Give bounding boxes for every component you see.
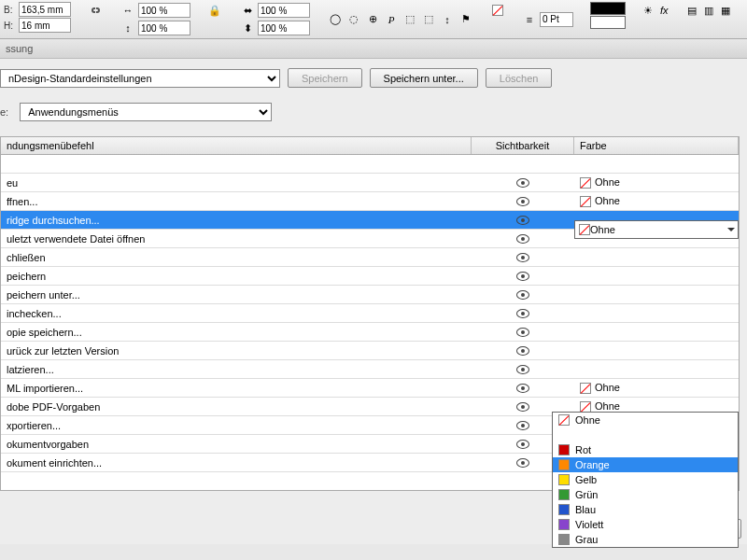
- scale-x-input[interactable]: [138, 3, 190, 18]
- eye-icon[interactable]: [516, 290, 529, 300]
- content-x-icon: ⬌: [239, 2, 256, 19]
- color-option[interactable]: Blau: [553, 502, 738, 517]
- header-command: ndungsmenübefehl: [1, 137, 472, 154]
- category-label: e:: [0, 106, 8, 118]
- eye-icon[interactable]: [516, 365, 529, 374]
- settings-dropdown[interactable]: nDesign-Standardeinstellungen: [0, 69, 280, 88]
- content-y-input[interactable]: [258, 21, 310, 35]
- select-tool-icon[interactable]: ◯: [327, 11, 344, 28]
- visibility-cell[interactable]: [472, 328, 574, 337]
- distribute-icon[interactable]: ⬚: [420, 11, 437, 28]
- color-option[interactable]: Grün: [553, 487, 738, 502]
- color-swatch-icon: [558, 444, 570, 455]
- visibility-cell[interactable]: [472, 365, 574, 374]
- eye-icon[interactable]: [516, 402, 529, 412]
- table-row[interactable]: peichern unter...: [1, 286, 739, 304]
- settings-row: nDesign-Standardeinstellungen Speichern …: [0, 68, 740, 88]
- color-option[interactable]: Gelb: [553, 472, 738, 487]
- eye-icon[interactable]: [516, 197, 529, 206]
- effects-icon[interactable]: ☀: [642, 2, 654, 19]
- save-button[interactable]: Speichern: [288, 68, 362, 88]
- table-row[interactable]: ridge durchsuchen... Ohne: [1, 211, 739, 230]
- visibility-cell[interactable]: [472, 178, 574, 188]
- table-row[interactable]: ffnen...Ohne: [1, 192, 739, 211]
- color-select[interactable]: Ohne: [574, 220, 739, 239]
- color-option[interactable]: Violett: [553, 517, 738, 532]
- color-option-label: Grau: [575, 534, 598, 545]
- color-cell[interactable]: Ohne: [574, 195, 739, 207]
- align-icon[interactable]: ⬚: [402, 11, 418, 28]
- no-fill-icon[interactable]: [491, 2, 504, 19]
- none-swatch-icon: [580, 177, 591, 189]
- color-option[interactable]: Ohne: [553, 413, 738, 427]
- height-input[interactable]: [19, 18, 71, 33]
- color-dropdown-list[interactable]: OhneRotOrangeGelbGrünBlauViolettGrau: [552, 412, 739, 548]
- table-row[interactable]: peichern: [1, 267, 739, 286]
- table-row[interactable]: ML importieren...Ohne: [1, 379, 739, 398]
- visibility-cell[interactable]: [472, 197, 574, 206]
- none-swatch-icon: [580, 383, 591, 394]
- color-option[interactable]: Rot: [553, 442, 738, 457]
- eye-icon[interactable]: [516, 384, 529, 393]
- stroke-swatch[interactable]: [590, 16, 626, 29]
- table-row[interactable]: opie speichern...: [1, 323, 739, 342]
- table-row[interactable]: chließen: [1, 248, 739, 267]
- eye-icon[interactable]: [516, 272, 529, 281]
- constrain-icon[interactable]: 🔒: [207, 2, 222, 19]
- color-option[interactable]: [553, 427, 738, 442]
- color-cell[interactable]: Ohne: [574, 382, 739, 394]
- color-option[interactable]: Orange: [553, 457, 738, 472]
- command-cell: dobe PDF-Vorgaben: [1, 401, 472, 413]
- spacing-icon[interactable]: ↕: [439, 11, 456, 28]
- flag-icon[interactable]: ⚑: [458, 11, 474, 28]
- height-label: H:: [4, 21, 17, 31]
- visibility-cell[interactable]: [472, 402, 574, 412]
- eye-icon[interactable]: [516, 458, 529, 468]
- dash-circle-icon[interactable]: ◌: [345, 11, 362, 28]
- delete-button[interactable]: Löschen: [486, 68, 553, 88]
- fill-swatch[interactable]: [590, 2, 626, 15]
- stroke-input[interactable]: [540, 12, 573, 27]
- color-cell[interactable]: Ohne: [574, 176, 739, 189]
- visibility-cell[interactable]: [472, 346, 574, 356]
- visibility-cell[interactable]: [472, 290, 574, 300]
- wrap-2-icon[interactable]: ▥: [703, 2, 714, 19]
- command-cell: uletzt verwendete Datei öffnen: [1, 233, 472, 245]
- width-input[interactable]: [19, 2, 71, 17]
- wrap-3-icon[interactable]: ▦: [720, 2, 731, 19]
- table-row[interactable]: [1, 155, 739, 174]
- eye-icon[interactable]: [516, 328, 529, 337]
- link-icon[interactable]: [88, 2, 103, 19]
- content-x-input[interactable]: [258, 3, 310, 18]
- eye-icon[interactable]: [516, 216, 529, 225]
- command-cell: ffnen...: [1, 196, 472, 207]
- visibility-cell[interactable]: [472, 253, 574, 262]
- table-row[interactable]: latzieren...: [1, 360, 739, 379]
- eye-icon[interactable]: [516, 234, 529, 244]
- table-row[interactable]: urück zur letzten Version: [1, 342, 739, 360]
- wrap-1-icon[interactable]: ▤: [686, 2, 698, 19]
- text-icon[interactable]: P: [383, 11, 400, 28]
- visibility-cell[interactable]: [472, 272, 574, 281]
- table-row[interactable]: euOhne: [1, 174, 739, 192]
- eye-icon[interactable]: [516, 440, 529, 449]
- eye-icon[interactable]: [516, 178, 529, 188]
- scale-y-input[interactable]: [138, 21, 190, 35]
- eye-icon[interactable]: [516, 346, 529, 356]
- visibility-cell[interactable]: [472, 234, 574, 244]
- table-row[interactable]: inchecken...: [1, 304, 739, 323]
- table-header: ndungsmenübefehl Sichtbarkeit Farbe: [1, 137, 739, 155]
- eye-icon[interactable]: [516, 253, 529, 262]
- target-icon[interactable]: ⊕: [364, 11, 381, 28]
- visibility-cell[interactable]: [472, 309, 574, 318]
- content-y-icon: ⬍: [239, 20, 256, 36]
- save-as-button[interactable]: Speichern unter...: [370, 68, 478, 88]
- eye-icon[interactable]: [516, 309, 529, 318]
- color-option[interactable]: Grau: [553, 532, 738, 547]
- visibility-cell[interactable]: [472, 216, 574, 225]
- visibility-cell[interactable]: [472, 384, 574, 393]
- fx-icon[interactable]: fx: [659, 2, 669, 19]
- command-cell: peichern unter...: [1, 289, 472, 301]
- category-dropdown[interactable]: Anwendungsmenüs: [20, 103, 272, 121]
- eye-icon[interactable]: [516, 421, 529, 430]
